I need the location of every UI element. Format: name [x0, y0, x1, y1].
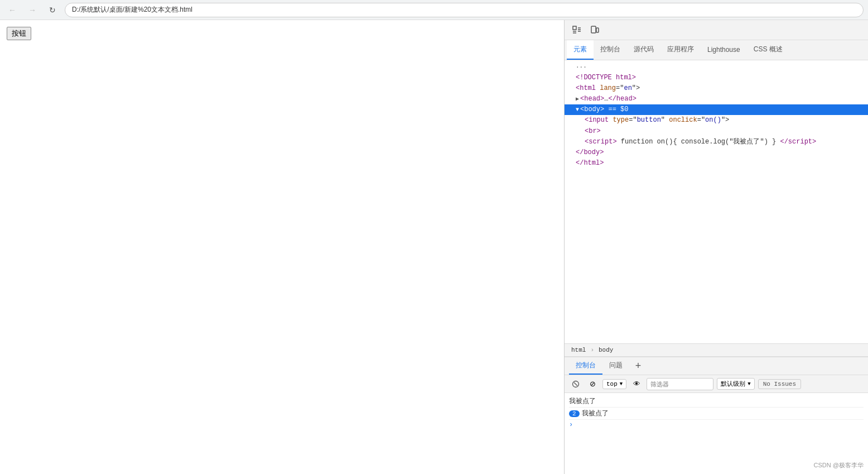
type-attr: type: [613, 115, 629, 126]
script-line[interactable]: <script> function on(){ console.log("我被点…: [565, 137, 868, 147]
br-line[interactable]: <br>: [565, 126, 868, 137]
context-label: top: [606, 381, 618, 387]
svg-rect-6: [591, 26, 596, 33]
body-line[interactable]: ▼ <body> == $0: [565, 104, 868, 115]
html-dots-line: ···: [565, 63, 868, 73]
count-badge: 2: [569, 410, 580, 417]
html-close-line[interactable]: </html>: [565, 158, 868, 169]
input-open: <input: [585, 115, 613, 126]
back-button[interactable]: ←: [4, 2, 20, 18]
breadcrumb-html[interactable]: html: [569, 346, 588, 355]
eq1: =": [629, 115, 636, 126]
head-close-tag: </head>: [608, 94, 636, 104]
tab-console[interactable]: 控制台: [594, 40, 627, 60]
script-open-tag: <script>: [585, 137, 617, 147]
triangle-icon[interactable]: ▶: [576, 95, 579, 104]
tab-sources[interactable]: 源代码: [627, 40, 660, 60]
devtools-icon-toolbar: [565, 20, 868, 40]
onclick-attr: onclick: [669, 115, 697, 126]
close-quote: ">: [632, 83, 640, 94]
console-line-2: 2 我被点了: [569, 408, 864, 420]
body-close-tag: </body>: [576, 147, 604, 158]
q2: ">: [721, 115, 729, 126]
type-val: button: [637, 115, 661, 126]
main-area: 按钮 元素: [0, 20, 868, 474]
console-line-1: 我被点了: [569, 395, 864, 408]
refresh-button[interactable]: ↻: [45, 2, 60, 18]
console-chevron-icon: ›: [569, 421, 573, 429]
eq2: =": [697, 115, 705, 126]
address-text: D:/系统默认/桌面/新建%20文本文档.html: [72, 5, 192, 15]
body-dollar: $0: [620, 104, 628, 115]
doctype-tag: <!DOCTYPE html>: [576, 73, 636, 83]
html-close-tag: </html>: [576, 158, 604, 169]
page-content: 按钮: [0, 20, 564, 474]
console-panel: 控制台 问题 + ⊘ top ▼ 👁: [565, 357, 868, 474]
body-open-tag: <body>: [580, 104, 604, 115]
context-select[interactable]: top ▼: [602, 379, 626, 389]
body-triangle-icon[interactable]: ▼: [576, 106, 579, 114]
level-label: 默认级别: [721, 380, 745, 388]
tab-css-overview[interactable]: CSS 概述: [747, 40, 789, 60]
console-clear-button[interactable]: [569, 377, 582, 391]
devtools-panel: 元素 控制台 源代码 应用程序 Lighthouse CSS 概述 ··· <!…: [564, 20, 868, 474]
watermark: CSDN @极客李华: [814, 461, 864, 470]
breadcrumb-body[interactable]: body: [596, 346, 615, 355]
elements-panel: ··· <!DOCTYPE html> <html lang="en"> ▶ <…: [565, 60, 868, 343]
console-prompt-line: ›: [569, 420, 864, 430]
console-text-2: 我被点了: [582, 409, 609, 418]
head-line[interactable]: ▶ <head>…</head>: [565, 94, 868, 104]
body-close-line[interactable]: </body>: [565, 147, 868, 158]
level-dropdown-icon: ▼: [748, 381, 750, 387]
q1: ": [661, 115, 669, 126]
browser-toolbar: ← → ↻ D:/系统默认/桌面/新建%20文本文档.html: [0, 0, 868, 20]
onclick-val: on(): [705, 115, 721, 126]
html-tag-line[interactable]: <html lang="en">: [565, 83, 868, 94]
console-text-1: 我被点了: [569, 396, 596, 406]
script-close-tag: </script>: [780, 137, 816, 147]
no-issues-badge: No Issues: [758, 379, 801, 389]
head-ellipsis: …: [604, 94, 608, 104]
forward-button[interactable]: →: [25, 2, 40, 18]
doctype-line[interactable]: <!DOCTYPE html>: [565, 73, 868, 83]
level-select[interactable]: 默认级别 ▼: [717, 378, 754, 390]
console-filter-toggle[interactable]: ⊘: [586, 377, 599, 391]
breadcrumb-separator: ›: [590, 347, 594, 353]
head-tag: <head>: [580, 94, 604, 104]
html-open-tag: <html: [576, 83, 600, 94]
devtools-tabs: 元素 控制台 源代码 应用程序 Lighthouse CSS 概述: [565, 40, 868, 60]
lang-attr-name: lang: [600, 83, 616, 94]
svg-line-9: [574, 382, 577, 386]
address-bar[interactable]: D:/系统默认/桌面/新建%20文本文档.html: [65, 3, 864, 17]
device-toggle-button[interactable]: [587, 22, 602, 38]
console-tab-console[interactable]: 控制台: [569, 357, 602, 375]
inspect-element-button[interactable]: [569, 22, 585, 38]
console-tab-issues[interactable]: 问题: [602, 357, 629, 375]
console-tabs: 控制台 问题 +: [565, 357, 868, 375]
page-demo-button[interactable]: 按钮: [7, 27, 31, 40]
script-content: function on(){ console.log("我被点了") }: [617, 137, 780, 147]
lang-attr-val: en: [624, 83, 631, 94]
console-toolbar: ⊘ top ▼ 👁 默认级别 ▼ No Issues: [565, 375, 868, 393]
console-add-tab-button[interactable]: +: [631, 360, 645, 373]
console-eye-button[interactable]: 👁: [630, 377, 643, 391]
breadcrumb-bar: html › body: [565, 343, 868, 357]
body-eq: ==: [604, 104, 620, 115]
tab-application[interactable]: 应用程序: [660, 40, 701, 60]
tab-lighthouse[interactable]: Lighthouse: [701, 40, 747, 60]
br-tag: <br>: [585, 126, 601, 137]
svg-rect-0: [573, 26, 576, 30]
dots-indicator: ···: [576, 63, 587, 73]
context-dropdown-icon: ▼: [620, 381, 623, 387]
equals: =": [616, 83, 624, 94]
svg-rect-7: [596, 28, 599, 32]
input-line[interactable]: <input type="button" onclick="on()">: [565, 115, 868, 126]
console-filter-input[interactable]: [647, 378, 713, 390]
tab-elements[interactable]: 元素: [567, 40, 594, 60]
